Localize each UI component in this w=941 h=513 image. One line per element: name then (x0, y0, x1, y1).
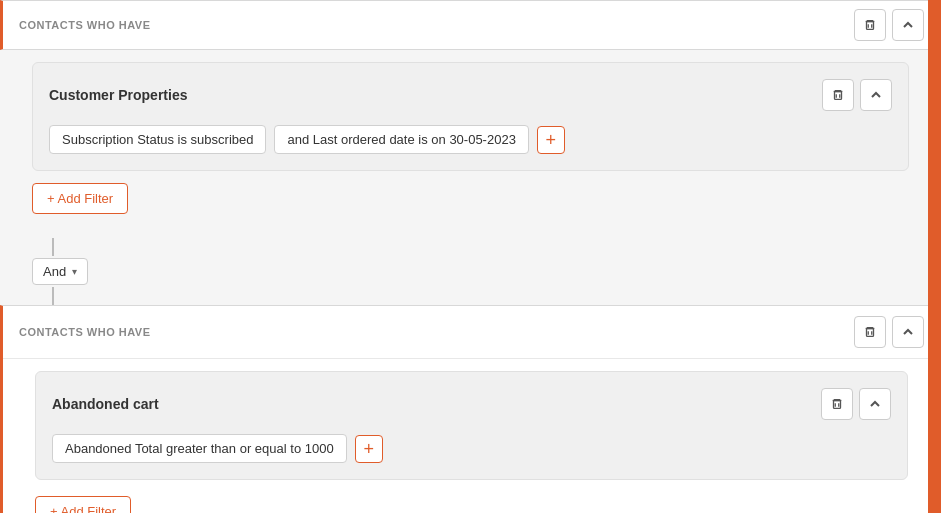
top-collapse-button[interactable] (892, 9, 924, 41)
customer-properties-title: Customer Properties (49, 87, 187, 103)
filter-tag-abandoned-total[interactable]: Abandoned Total greater than or equal to… (52, 434, 347, 463)
top-header-actions (854, 9, 924, 41)
contacts-bottom-label: CONTACTS WHO HAVE (19, 326, 151, 338)
page-wrapper: CONTACTS WHO HAVE Customer Pro (0, 0, 941, 513)
customer-properties-delete-button[interactable] (822, 79, 854, 111)
add-filter-top-button[interactable]: + Add Filter (32, 183, 128, 214)
bottom-collapse-button[interactable] (892, 316, 924, 348)
add-filter-bottom-button[interactable]: + Add Filter (35, 496, 131, 513)
bottom-header-actions (854, 316, 924, 348)
and-label: And (43, 264, 66, 279)
abandoned-cart-card: Abandoned cart (35, 371, 908, 480)
customer-properties-filters: Subscription Status is subscribed and La… (49, 125, 892, 154)
customer-properties-collapse-button[interactable] (860, 79, 892, 111)
svg-rect-6 (867, 329, 874, 337)
abandoned-add-plus-button[interactable]: + (355, 435, 383, 463)
bottom-delete-button[interactable] (854, 316, 886, 348)
connector-line-bottom (52, 287, 54, 305)
svg-rect-9 (834, 401, 841, 409)
abandoned-cart-filters: Abandoned Total greater than or equal to… (52, 434, 891, 463)
add-filter-top-section: + Add Filter (0, 183, 941, 238)
contacts-who-have-bottom: CONTACTS WHO HAVE (0, 305, 941, 513)
svg-rect-3 (835, 92, 842, 100)
customer-properties-card: Customer Properties (32, 62, 909, 171)
contacts-bottom-header: CONTACTS WHO HAVE (3, 306, 940, 359)
customer-properties-header: Customer Properties (49, 79, 892, 111)
chevron-down-icon: ▾ (72, 266, 77, 277)
filter-tag-last-ordered[interactable]: and Last ordered date is on 30-05-2023 (274, 125, 528, 154)
customer-properties-section: Customer Properties (0, 62, 941, 171)
filter-add-plus-button[interactable]: + (537, 126, 565, 154)
top-delete-button[interactable] (854, 9, 886, 41)
abandoned-cart-title: Abandoned cart (52, 396, 159, 412)
svg-rect-0 (867, 22, 874, 30)
contacts-who-have-top: CONTACTS WHO HAVE (0, 0, 941, 50)
customer-properties-actions (822, 79, 892, 111)
add-filter-bottom-section: + Add Filter (3, 496, 940, 513)
abandoned-cart-section: Abandoned cart (3, 371, 940, 496)
abandoned-cart-header: Abandoned cart (52, 388, 891, 420)
abandoned-cart-collapse-button[interactable] (859, 388, 891, 420)
abandoned-cart-actions (821, 388, 891, 420)
and-dropdown[interactable]: And ▾ (32, 258, 88, 285)
contacts-top-label: CONTACTS WHO HAVE (19, 19, 151, 31)
right-sidebar-bar (928, 0, 941, 513)
connector-area: And ▾ (0, 238, 941, 305)
abandoned-cart-delete-button[interactable] (821, 388, 853, 420)
connector-line-top (52, 238, 54, 256)
filter-tag-subscription[interactable]: Subscription Status is subscribed (49, 125, 266, 154)
